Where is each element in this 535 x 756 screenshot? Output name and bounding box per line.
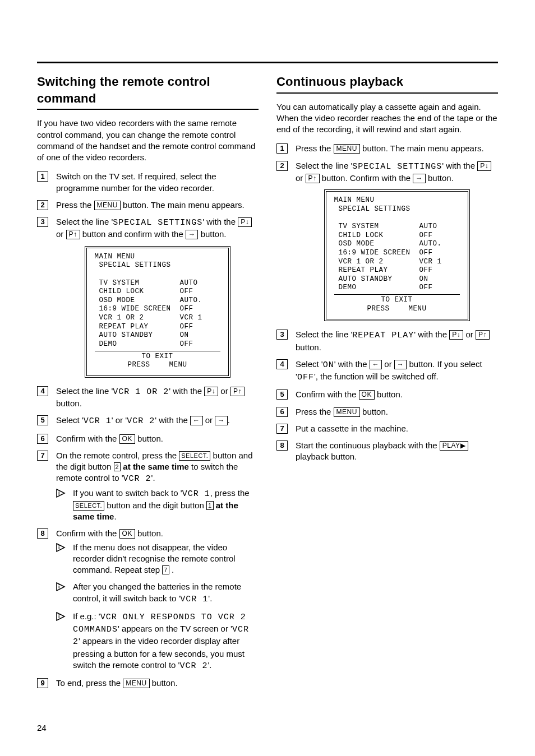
osd-wrap: MAIN MENU SPECIAL SETTINGS TV SYSTEM AUT… <box>296 189 498 321</box>
step-number: 6 <box>37 434 48 444</box>
right-step-7: 7 Put a cassette in the machine. <box>276 423 498 434</box>
left-steps: 1 Switch on the TV set. If required, sel… <box>37 171 259 689</box>
osd-menu: MAIN MENU SPECIAL SETTINGS TV SYSTEM AUT… <box>85 246 230 378</box>
left-step-6: 6 Confirm with the OK button. <box>37 433 259 444</box>
step-text: Select the line ' <box>296 330 352 339</box>
left-step-4: 4 Select the line 'VCR 1 OR 2' with the … <box>37 386 259 410</box>
tip-list: i If you want to switch back to 'VCR 1, … <box>56 488 259 523</box>
step-number: 5 <box>37 415 48 425</box>
tip-item: i If you want to switch back to 'VCR 1, … <box>56 488 259 523</box>
info-arrow-icon: i <box>56 612 67 621</box>
step-text: ', the function will be switched off. <box>314 372 439 381</box>
menu-label: OFF <box>297 373 314 382</box>
step-text: ' with the <box>414 330 449 339</box>
p-up-key: P↑ <box>306 174 320 183</box>
p-up-key: P↑ <box>66 230 80 239</box>
tip-list: i If the menu does not disappear, the vi… <box>56 542 259 672</box>
digit-7-key: 7 <box>162 565 169 574</box>
step-text: Put a cassette in the machine. <box>296 424 408 433</box>
step-text: button. <box>296 342 321 352</box>
right-column: Continuous playback You can automaticall… <box>276 73 498 694</box>
menu-label: SPECIAL SETTINGS <box>113 218 202 228</box>
step-text: Confirm with the <box>56 528 119 538</box>
menu-label: VCR 1 OR 2 <box>113 387 169 397</box>
tip-text: ' appears in the video recorder display … <box>73 636 245 670</box>
tip-text: . <box>114 512 116 521</box>
step-text: Start the continuous playback with the <box>296 440 440 450</box>
menu-label: VCR 1 <box>84 416 112 426</box>
step-text: or <box>218 386 230 396</box>
step-text: ' or ' <box>112 415 127 425</box>
step-number: 2 <box>37 200 48 210</box>
step-number: 4 <box>37 386 48 396</box>
info-arrow-icon: i <box>56 543 67 552</box>
p-down-key: P↓ <box>477 161 491 171</box>
step-text: or <box>296 173 306 183</box>
p-up-key: P↑ <box>476 330 490 340</box>
menu-key: MENU <box>334 407 360 417</box>
menu-label: VCR 1 <box>180 595 208 604</box>
step-number: 1 <box>37 171 48 182</box>
right-step-8: 8 Start the continuous playback with the… <box>276 440 498 463</box>
tip-item: i After you changed the batteries in the… <box>56 581 259 605</box>
right-arrow-key: → <box>413 174 426 183</box>
menu-label: VCR 2 <box>127 416 155 426</box>
p-down-key: P↓ <box>204 387 218 396</box>
select-key: SELECT. <box>179 451 210 461</box>
step-text: To end, press the <box>56 678 123 688</box>
tip-text: ' appears on the TV screen or ' <box>118 624 232 633</box>
right-arrow-key: → <box>215 416 228 425</box>
menu-label: REPEAT PLAY <box>352 331 414 340</box>
right-intro: You can automatically play a cassette ag… <box>276 101 498 136</box>
right-step-1: 1 Press the MENU button. The main menu a… <box>276 143 498 154</box>
step-text: button. <box>198 229 226 239</box>
svg-text:i: i <box>58 545 60 550</box>
step-number: 3 <box>276 330 288 340</box>
step-text: . <box>228 415 230 425</box>
tip-text: '. <box>208 593 212 603</box>
step-text: button. <box>375 389 403 399</box>
step-text: or <box>56 229 66 239</box>
select-key: SELECT. <box>73 501 104 511</box>
p-down-key: P↓ <box>449 330 463 340</box>
step-number: 6 <box>276 407 288 417</box>
left-step-2: 2 Press the MENU button. The main menu a… <box>37 200 259 211</box>
step-number: 1 <box>276 143 288 154</box>
step-text: Select the line ' <box>56 386 113 396</box>
step-text: ' with the <box>202 217 238 226</box>
page-number: 24 <box>37 722 47 734</box>
p-down-key: P↓ <box>238 217 252 227</box>
step-text: Press the <box>296 143 334 153</box>
ok-key: OK <box>119 434 135 444</box>
step-text: button and confirm with the <box>80 229 186 239</box>
osd-menu: MAIN MENU SPECIAL SETTINGS TV SYSTEM AUT… <box>324 189 470 321</box>
left-arrow-key: ← <box>190 416 203 425</box>
menu-key: MENU <box>334 144 360 154</box>
menu-label: ON <box>323 360 334 370</box>
step-number: 2 <box>276 161 288 171</box>
step-text: ' with the <box>442 161 477 170</box>
step-text: Select the line ' <box>56 217 113 226</box>
tip-text: , press the <box>210 488 250 498</box>
p-up-key: P↑ <box>230 387 245 396</box>
step-text: ' with the <box>334 359 370 369</box>
left-step-8: 8 Confirm with the OK button. i If the m… <box>37 528 259 672</box>
right-title: Continuous playback <box>276 73 498 90</box>
left-step-9: 9 To end, press the MENU button. <box>37 678 259 689</box>
left-column: Switching the remote control command If … <box>37 73 259 694</box>
step-text: ' with the <box>155 415 190 425</box>
step-text: Press the <box>296 407 334 416</box>
info-arrow-icon: i <box>56 489 67 498</box>
digit-1-key: 1 <box>206 501 214 510</box>
tip-item: i If the menu does not disappear, the vi… <box>56 542 259 576</box>
step-text: Select ' <box>296 359 323 369</box>
tip-text: '. <box>207 660 211 670</box>
step-text: button. <box>56 398 82 408</box>
step-text: Switch on the TV set. If required, selec… <box>56 171 216 192</box>
step-text: or <box>203 415 215 425</box>
step-text: On the remote control, press the <box>56 451 179 460</box>
menu-key: MENU <box>123 679 149 688</box>
step-text: or <box>463 330 476 339</box>
bold-text: at the same time <box>121 462 189 471</box>
menu-label: SPECIAL SETTINGS <box>352 162 442 171</box>
